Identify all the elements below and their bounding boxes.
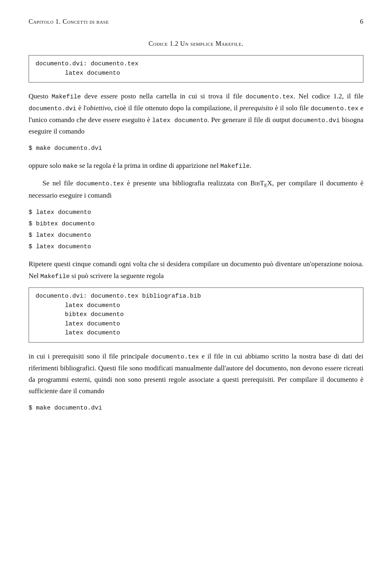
documento-dvi-ref-2: documento.dvi	[292, 117, 340, 124]
code-box-2-line4: latex documento	[36, 321, 120, 327]
latex-documento-cmd: latex documento	[152, 117, 207, 124]
page-header: Capitolo 1. Concetti di base 6	[29, 16, 363, 27]
bib-B: ib	[255, 179, 260, 187]
code-box-2-line5: latex documento	[36, 330, 120, 336]
final-make-command: $ make documento.dvi	[29, 403, 363, 413]
bib-sub-E: E	[264, 183, 267, 189]
paragraph-2: oppure solo make se la regola è la prima…	[29, 160, 363, 172]
bibtex-commands-block: $ latex documento $ bibtex documento $ l…	[29, 208, 363, 252]
makefile-ref-2: Makefile	[220, 163, 249, 170]
final-command-block: $ make documento.dvi	[29, 403, 363, 413]
paragraph-4: Ripetere questi cinque comandi ogni volt…	[29, 258, 363, 282]
paragraph-5: in cui i prerequisiti sono il file princ…	[29, 351, 363, 397]
make-ref: make	[63, 163, 78, 170]
chapter-title: Capitolo 1. Concetti di base	[29, 16, 109, 27]
bibtex-cmd-2: $ bibtex documento	[29, 219, 363, 229]
code-box-1-line2: latex documento	[36, 70, 120, 77]
obiettivo-word: obiettivo	[87, 104, 111, 112]
make-command-block: $ make documento.dvi	[29, 144, 363, 154]
code-box-1-line1: documento.dvi: documento.tex	[36, 60, 138, 67]
make-command: $ make documento.dvi	[29, 144, 363, 154]
makefile-ref-3: Makefile	[40, 273, 70, 280]
code-box-2-line3: bibtex documento	[36, 311, 124, 318]
makefile-ref-1: Makefile	[51, 94, 81, 100]
codice-heading: Codice 1.2 Un semplice Makefile.	[29, 38, 363, 49]
page-number: 6	[360, 16, 363, 27]
codice-heading-text: Codice 1.2 Un semplice Makefile.	[149, 40, 243, 47]
paragraph-1: Questo Makefile deve essere posto nella …	[29, 91, 363, 137]
code-ref: 1.2	[333, 92, 342, 100]
documento-tex-ref-3: documento.tex	[76, 180, 124, 187]
paragraph-3: Se nel file documento.tex è presente una…	[29, 178, 363, 201]
code-box-2: documento.dvi: documento.tex bibliografi…	[29, 287, 363, 343]
code-box-2-line1: documento.dvi: documento.tex bibliografi…	[36, 293, 201, 300]
documento-tex-ref-2: documento.tex	[311, 105, 359, 112]
code-box-2-line2: latex documento	[36, 302, 120, 309]
bibtex-cmd-3: $ latex documento	[29, 231, 363, 240]
bibtex-cmd-4: $ latex documento	[29, 242, 363, 252]
code-box-1: documento.dvi: documento.tex latex docum…	[29, 55, 363, 82]
prerequisito-word: prerequisito	[240, 104, 273, 112]
bibtex-cmd-1: $ latex documento	[29, 208, 363, 218]
documento-dvi-ref-1: documento.dvi	[29, 105, 76, 112]
documento-tex-ref-4: documento.tex	[151, 354, 199, 361]
documento-tex-ref-1: documento.tex	[246, 94, 294, 100]
